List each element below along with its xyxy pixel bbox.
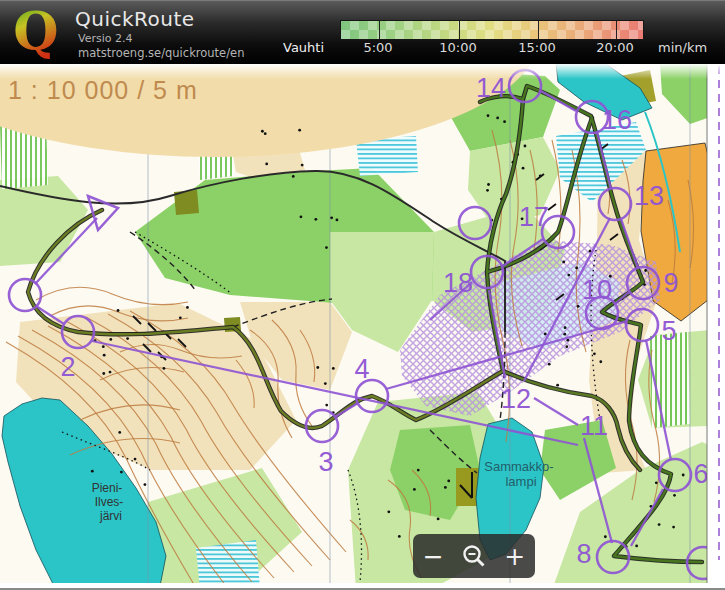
control-number: 13 (634, 181, 664, 211)
control-number: 9 (663, 268, 678, 298)
zoom-in-button[interactable]: + (498, 537, 532, 575)
zoom-panel: − + (413, 534, 535, 578)
control-number: 17 (519, 202, 549, 232)
pace-gradient-bar (340, 20, 644, 40)
control-number: 5 (661, 316, 676, 346)
control-number: 10 (582, 275, 612, 305)
pace-unit-label: min/km (658, 40, 707, 55)
control-number: 11 (580, 411, 608, 441)
zoom-reset-button[interactable] (457, 537, 491, 575)
legend-tick-label: 15:00 (513, 40, 561, 55)
quickroute-window: Q QuickRoute Versio 2.4 matstroeng.se/qu… (0, 0, 725, 590)
pace-legend-label: Vauhti (283, 40, 324, 55)
zoom-out-button[interactable]: − (416, 537, 450, 575)
map-scale-label: 1 : 10 000 / 5 m (8, 76, 198, 105)
legend-tick (616, 21, 617, 39)
logo-letter: Q (13, 2, 58, 61)
version-label: Versio 2.4 (78, 32, 132, 45)
control-number: 2 (60, 352, 75, 382)
control-number: 4 (354, 354, 369, 384)
legend-tick-label: 5:00 (354, 40, 402, 55)
header-bar: Q QuickRoute Versio 2.4 matstroeng.se/qu… (0, 0, 725, 64)
legend-tick (538, 21, 539, 39)
legend-tick (459, 21, 460, 39)
website-url: matstroeng.se/quickroute/en (78, 46, 244, 60)
legend-tick (379, 21, 380, 39)
legend-tick-label: 20:00 (591, 40, 639, 55)
orienteering-map: Pieni-Ilves-järviSammakko-lampi 23456891… (0, 64, 725, 590)
app-title: QuickRoute (75, 7, 195, 31)
legend-tick-label: 10:00 (434, 40, 482, 55)
control-number: 18 (443, 268, 473, 298)
magnifier-icon (461, 543, 487, 569)
map-canvas[interactable]: Pieni-Ilves-järviSammakko-lampi 23456891… (0, 64, 725, 590)
control-number: 12 (501, 384, 531, 414)
control-number: 16 (602, 105, 632, 135)
control-number: 6 (693, 459, 708, 489)
quickroute-logo-icon: Q (6, 2, 66, 64)
control-number: 3 (318, 447, 333, 477)
control-number: 8 (576, 539, 591, 569)
